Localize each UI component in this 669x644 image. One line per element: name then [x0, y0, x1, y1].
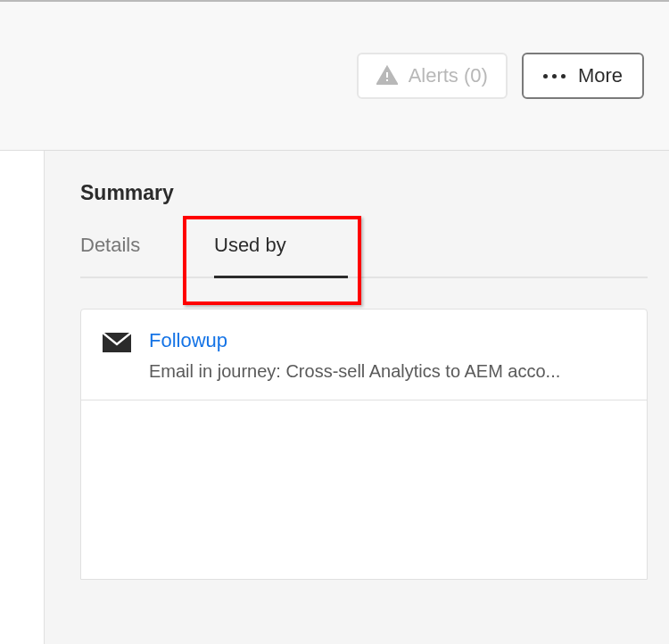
usage-content: Followup Email in journey: Cross-sell An… — [149, 329, 625, 382]
alerts-label: Alerts (0) — [409, 64, 488, 87]
more-label: More — [578, 64, 623, 87]
tab-used-by-label: Used by — [214, 234, 286, 256]
alert-icon — [376, 65, 398, 87]
tab-used-by[interactable]: Used by — [214, 234, 348, 277]
ellipsis-icon — [543, 74, 566, 78]
tabs-row: Details Used by — [80, 234, 648, 278]
svg-rect-0 — [386, 72, 388, 78]
left-gutter — [0, 151, 45, 644]
usage-item-description: Email in journey: Cross-sell Analytics t… — [149, 361, 625, 382]
tab-details[interactable]: Details — [80, 234, 205, 277]
summary-panel: Summary Details Used by — [45, 151, 669, 644]
usage-item-link[interactable]: Followup — [149, 329, 227, 352]
usage-item[interactable]: Followup Email in journey: Cross-sell An… — [81, 310, 647, 400]
toolbar: Alerts (0) More — [0, 2, 669, 151]
tab-underline — [214, 276, 348, 278]
email-icon — [103, 333, 131, 361]
alerts-button[interactable]: Alerts (0) — [357, 53, 508, 99]
summary-title: Summary — [80, 181, 648, 205]
svg-rect-1 — [386, 79, 388, 81]
usage-empty-area — [81, 400, 647, 579]
more-button[interactable]: More — [522, 53, 644, 99]
usage-list: Followup Email in journey: Cross-sell An… — [80, 309, 648, 580]
